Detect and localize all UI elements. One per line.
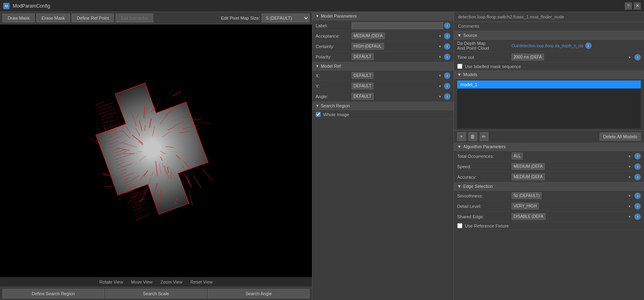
models-actions: + 🗑 ✏ Delete All Models [454,130,644,143]
help-button[interactable]: ? [625,2,632,10]
depth-map-info-btn[interactable]: i [585,42,592,49]
timeout-info-btn[interactable]: i [634,54,641,60]
and-point-cloud-text: And Point Cloud [457,46,509,50]
angle-label: Angle: [316,94,352,99]
angle-select-wrapper: DEFAULT [352,93,443,100]
use-ref-fixture-checkbox[interactable] [457,223,462,228]
angle-select[interactable]: DEFAULT [352,93,374,100]
accuracy-select[interactable]: MEDIUM (DEFA [512,173,545,180]
depth-map-value: Out/detection.loop.floop.da_depth_n_clo … [512,42,641,49]
use-ref-fixture-row: Use Reference Fixture [454,222,644,230]
angle-info-btn[interactable]: i [444,93,450,100]
shared-edge-select[interactable]: DISABLE (DEFA [512,213,546,220]
smoothness-value: 50 (DEFAULT) i [512,192,641,199]
search-region-header[interactable]: ▼ Search Region [312,102,454,110]
total-occurrences-select[interactable]: ALL [512,153,523,159]
x-info-btn[interactable]: i [444,72,450,79]
shared-edge-row: Shared Edge: DISABLE (DEFA i [454,211,644,222]
comments-section: Comments [454,22,644,31]
define-search-region-button[interactable]: Define Search Region [2,289,104,298]
polarity-value: DEFAULT i [352,53,450,60]
timeout-label: Time out [457,55,509,60]
close-button[interactable]: ✕ [634,2,641,10]
model-ref-header[interactable]: ▼ Model Ref [312,62,454,70]
detail-level-info-btn[interactable]: i [634,203,641,209]
smoothness-select[interactable]: 50 (DEFAULT) [512,192,542,199]
label-info-btn[interactable]: i [444,22,450,29]
search-angle-button[interactable]: Search Angle [208,289,310,298]
delete-model-button[interactable]: 🗑 [468,132,477,141]
smoothness-info-btn[interactable]: i [634,193,641,199]
move-view-button[interactable]: Move View [131,280,153,284]
y-label: Y: [316,84,352,89]
add-model-button[interactable]: + [457,132,466,141]
window-controls: ? ✕ [625,2,641,10]
zoom-view-button[interactable]: Zoom View [160,280,182,284]
depth-map-link[interactable]: Out/detection.loop.floop.da_depth_n_clo [512,44,584,48]
y-value: DEFAULT i [352,83,450,89]
shared-edge-info-btn[interactable]: i [634,213,641,220]
polarity-select[interactable]: DEFAULT [352,53,374,60]
accuracy-select-wrapper: MEDIUM (DEFA [512,173,633,180]
delete-all-models-button[interactable]: Delete All Models [600,133,641,141]
x-select[interactable]: DEFAULT [352,72,374,79]
certainty-info-btn[interactable]: i [444,43,450,50]
smoothness-label: Smoothness: [457,193,509,198]
search-region-title: Search Region [321,103,350,108]
y-select-wrapper: DEFAULT [352,83,443,89]
algorithm-params-header[interactable]: ▼ Algorithm Parameters [454,143,644,151]
erase-mask-button[interactable]: Erase Mask [36,14,70,22]
shared-edge-select-wrapper: DISABLE (DEFA [512,213,633,220]
exit-interactor-button[interactable]: Exit Interactor [116,14,153,22]
models-header[interactable]: ▼ Models [454,70,644,79]
y-select[interactable]: DEFAULT [352,83,374,89]
speed-select-wrapper: MEDIUM (DEFA [512,163,633,170]
acceptance-select[interactable]: MEDIUM (DEFA [352,32,385,39]
viewport-canvas [0,24,312,249]
y-info-btn[interactable]: i [444,83,450,89]
total-occurrences-info-btn[interactable]: i [634,153,641,159]
accuracy-info-btn[interactable]: i [634,174,641,180]
draw-mask-button[interactable]: Draw Mask [2,14,35,22]
whole-image-checkbox[interactable] [316,112,321,117]
shared-edge-label: Shared Edge: [457,214,509,219]
polarity-info-btn[interactable]: i [444,54,450,60]
polarity-select-wrapper: DEFAULT [352,53,443,60]
detail-level-select[interactable]: VERY_HIGH [512,203,539,209]
timeout-row: Time out 2000 ms (DEFA i [454,52,644,62]
main-content: Draw Mask Erase Mask Define Ref Point Ex… [0,12,644,300]
app-title: ModParamConfig [13,3,622,9]
timeout-select[interactable]: 2000 ms (DEFA [512,54,544,60]
pixel-map-select[interactable]: 5 (DEFAULT) [262,14,310,22]
rotate-view-button[interactable]: Rotate View [100,280,123,284]
angle-value: DEFAULT i [352,93,450,100]
speed-select[interactable]: MEDIUM (DEFA [512,163,545,170]
smoothness-select-wrapper: 50 (DEFAULT) [512,192,633,199]
labelled-mask-checkbox[interactable] [457,64,462,69]
edge-selection-header[interactable]: ▼ Edge Selection [454,182,644,191]
source-header[interactable]: ▼ Source [454,31,644,40]
node-title: detection.loop.floop.switch2.fcase_1.mod… [454,12,644,22]
y-row: Y: DEFAULT i [312,81,454,91]
left-panel: Draw Mask Erase Mask Define Ref Point Ex… [0,12,312,300]
total-occurrences-row: Total Occurrences: ALL i [454,151,644,161]
define-ref-point-button[interactable]: Define Ref Point [72,14,114,22]
certainty-select[interactable]: HIGH (DEFAUL [352,43,384,50]
acceptance-value: MEDIUM (DEFA i [352,32,450,39]
model-parameters-header[interactable]: ▼ Model Parameters [312,12,454,20]
speed-info-btn[interactable]: i [634,163,641,170]
reset-view-button[interactable]: Reset View [190,280,212,284]
search-scale-button[interactable]: Search Scale [105,289,207,298]
certainty-row: Certainty: HIGH (DEFAUL i [312,41,454,52]
middle-panel: ▼ Model Parameters Label: -1 i Acceptanc… [312,12,454,300]
accuracy-row: Accuracy: MEDIUM (DEFA i [454,172,644,182]
model-item[interactable]: model_1 [457,81,641,89]
model-parameters-title: Model Parameters [321,14,357,18]
label-row: Label: -1 i [312,20,454,31]
detail-level-label: Detail Level: [457,204,509,209]
app-icon: M [3,3,10,9]
pixel-map-label: Edit Pixel Map Size: [221,16,260,20]
label-input[interactable]: -1 [352,22,443,29]
acceptance-info-btn[interactable]: i [444,33,450,39]
edit-model-button[interactable]: ✏ [480,132,488,141]
